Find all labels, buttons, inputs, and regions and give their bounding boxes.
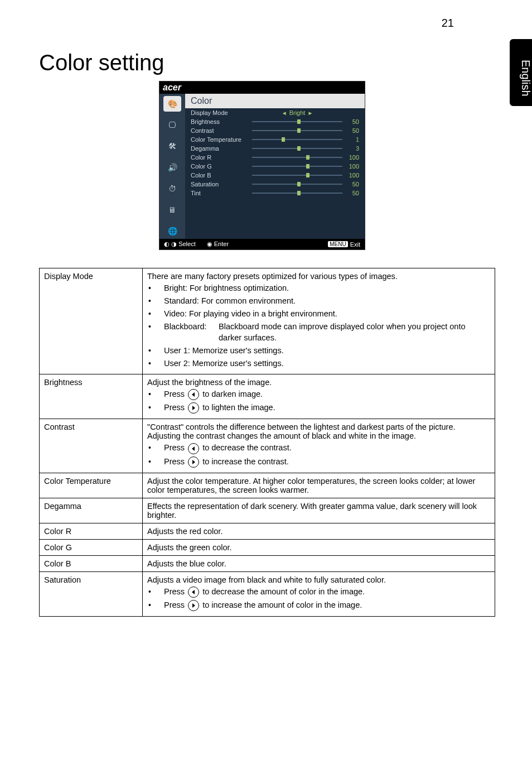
cell-desc: Adjusts the green color. xyxy=(143,539,495,555)
intro-text: Adjust the brightness of the image. xyxy=(147,378,490,387)
cell-desc: Adjusts a video image from black and whi… xyxy=(143,571,495,616)
osd-footer-exit: MENU Exit xyxy=(328,241,360,248)
right-button-icon xyxy=(188,402,199,414)
cell-label: Saturation xyxy=(40,571,143,616)
osd-logo: acer xyxy=(159,81,365,94)
osd-row-display-mode: Display Mode ◄ Bright ► xyxy=(185,108,365,117)
svg-marker-5 xyxy=(192,603,195,608)
svg-marker-4 xyxy=(192,590,195,594)
intro-text: Adjusts a video image from black and whi… xyxy=(147,575,490,584)
osd-tab-timer-icon: ⏱ xyxy=(163,181,181,196)
row-contrast: Contrast "Contrast" controls the differe… xyxy=(40,419,495,473)
osd-label: Saturation xyxy=(191,181,252,188)
right-arrow-icon: ► xyxy=(307,110,313,116)
osd-value: 50 xyxy=(342,118,359,125)
bullet-text: Bright: For brightness optimization. xyxy=(164,282,490,294)
osd-label: Degamma xyxy=(191,145,252,152)
bullet-icon: • xyxy=(147,599,164,611)
cell-label: Color G xyxy=(40,539,143,555)
term: Blackboard: xyxy=(164,321,219,343)
bullet-text: Press to darken image. xyxy=(164,388,490,400)
cell-desc: Adjusts the red color. xyxy=(143,523,495,539)
osd-row-color-temp: Color Temperature 1 xyxy=(185,135,365,144)
osd-value: 100 xyxy=(342,163,359,170)
osd-label: Contrast xyxy=(191,127,252,134)
osd-value: 50 xyxy=(342,127,359,134)
right-button-icon xyxy=(188,600,199,611)
cell-label: Degamma xyxy=(40,498,143,523)
bullet-text: Press to lighten the image. xyxy=(164,402,490,414)
osd-label: Color R xyxy=(191,154,252,161)
page-number: 21 xyxy=(442,17,454,30)
row-color-temperature: Color Temperature Adjust the color tempe… xyxy=(40,473,495,498)
osd-row-color-r: Color R 100 xyxy=(185,153,365,162)
bullet-icon: • xyxy=(147,586,164,597)
bullet-icon: • xyxy=(147,345,164,356)
intro-text: "Contrast" controls the difference betwe… xyxy=(147,422,490,440)
right-button-icon xyxy=(188,457,199,468)
bullet-icon: • xyxy=(147,358,164,369)
osd-row-degamma: Degamma 3 xyxy=(185,144,365,153)
osd-row-color-g: Color G 100 xyxy=(185,162,365,171)
cell-desc: Effects the representation of dark scene… xyxy=(143,498,495,523)
osd-tab-image-icon: 🖵 xyxy=(163,117,181,133)
cell-desc: There are many factory presets optimized… xyxy=(143,268,495,374)
bullet-icon: • xyxy=(147,308,164,319)
bullet-icon: • xyxy=(147,388,164,400)
osd-value: 100 xyxy=(342,154,359,161)
language-tab: English xyxy=(510,39,532,106)
cell-label: Color Temperature xyxy=(40,473,143,498)
bullet-text: Video: For playing video in a bright env… xyxy=(164,308,490,319)
intro-text: There are many factory presets optimized… xyxy=(147,272,490,281)
osd-tab-strip: 🎨 🖵 🛠 🔊 ⏱ 🖥 🌐 xyxy=(159,94,185,239)
bullet-text: Press to increase the amount of color in… xyxy=(164,599,490,611)
cell-label: Display Mode xyxy=(40,268,143,374)
osd-value: Bright xyxy=(289,109,306,116)
row-color-r: Color R Adjusts the red color. xyxy=(40,523,495,539)
osd-tab-pc-icon: 🖥 xyxy=(163,202,181,218)
bullet-text: Press to decrease the amount of color in… xyxy=(164,586,490,598)
row-brightness: Brightness Adjust the brightness of the … xyxy=(40,374,495,419)
osd-value: 50 xyxy=(342,190,359,196)
osd-tab-language-icon: 🌐 xyxy=(163,223,181,239)
osd-row-saturation: Saturation 50 xyxy=(185,180,365,189)
cell-label: Contrast xyxy=(40,419,143,473)
osd-panel-title: Color xyxy=(185,94,365,108)
bullet-text: Press to increase the contrast. xyxy=(164,456,490,468)
bullet-icon: • xyxy=(147,456,164,467)
bullet-text: User 2: Memorize user's settings. xyxy=(164,358,490,369)
row-saturation: Saturation Adjusts a video image from bl… xyxy=(40,571,495,616)
osd-row-tint: Tint 50 xyxy=(185,189,365,198)
osd-footer-enter: ◉ Enter xyxy=(207,241,229,248)
bullet-text: User 1: Memorize user's settings. xyxy=(164,345,490,356)
svg-marker-3 xyxy=(192,460,195,464)
row-display-mode: Display Mode There are many factory pres… xyxy=(40,268,495,374)
left-button-icon xyxy=(188,587,199,598)
bullet-icon: • xyxy=(147,295,164,306)
osd-panel: acer 🎨 🖵 🛠 🔊 ⏱ 🖥 🌐 Color Display Mode ◄ … xyxy=(159,81,365,250)
left-button-icon xyxy=(188,443,199,454)
cell-desc: Adjusts the blue color. xyxy=(143,555,495,571)
osd-tab-audio-icon: 🔊 xyxy=(163,160,181,175)
osd-value: 1 xyxy=(342,136,359,143)
osd-tab-color-icon: 🎨 xyxy=(163,96,181,112)
bullet-text: Press to decrease the contrast. xyxy=(164,442,490,454)
row-color-b: Color B Adjusts the blue color. xyxy=(40,555,495,571)
definition: Blackboard mode can improve displayed co… xyxy=(219,321,490,343)
osd-label: Tint xyxy=(191,190,252,196)
cell-label: Brightness xyxy=(40,374,143,419)
bullet-text: Blackboard: Blackboard mode can improve … xyxy=(164,321,490,343)
bullet-icon: • xyxy=(147,402,164,413)
osd-label: Color G xyxy=(191,163,252,170)
osd-row-contrast: Contrast 50 xyxy=(185,126,365,135)
svg-marker-2 xyxy=(192,446,195,451)
bullet-icon: • xyxy=(147,282,164,294)
bullet-text: Standard: For common environment. xyxy=(164,295,490,306)
left-button-icon xyxy=(188,389,199,400)
cell-label: Color B xyxy=(40,555,143,571)
svg-marker-0 xyxy=(192,392,195,397)
page-title: Color setting xyxy=(39,50,165,75)
cell-label: Color R xyxy=(40,523,143,539)
cell-desc: "Contrast" controls the difference betwe… xyxy=(143,419,495,473)
settings-table: Display Mode There are many factory pres… xyxy=(39,268,495,617)
